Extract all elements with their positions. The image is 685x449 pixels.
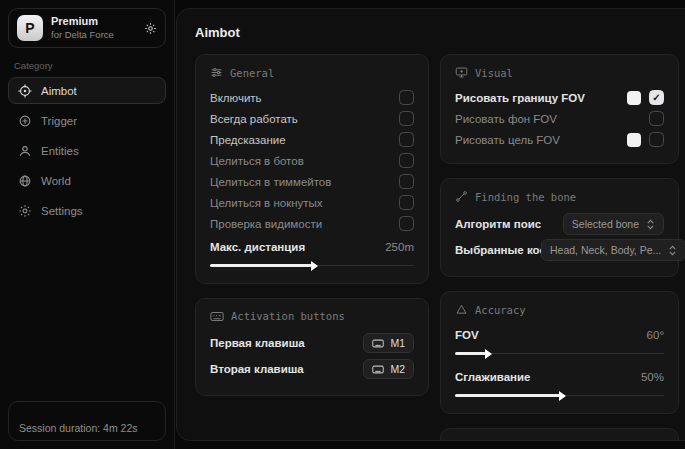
toggle-row: Предсказание	[210, 129, 414, 150]
color-swatch[interactable]	[627, 91, 641, 105]
fov-slider[interactable]	[455, 348, 664, 358]
right-column: Visual Рисовать границу FOV ✓ Рисовать ф…	[440, 54, 679, 441]
section-title: General	[230, 67, 274, 79]
entities-icon	[18, 144, 32, 158]
chevron-up-down-icon	[646, 219, 655, 230]
toggle-label: Включить	[210, 92, 262, 104]
toggle-label: Проверка видимости	[210, 218, 322, 230]
general-card: General Включить Всегда работать Предска…	[195, 54, 429, 284]
keybind-row: Вторая клавиша M2	[210, 356, 414, 382]
crosshair-icon	[18, 84, 32, 98]
category-label: Category	[14, 60, 160, 71]
chevron-up-down-icon	[668, 245, 677, 256]
smoothing-slider[interactable]	[455, 390, 664, 400]
toggle-row: Всегда работать	[210, 108, 414, 129]
app-window: P Premium for Delta Force Category Aimbo…	[0, 0, 685, 449]
visual-label: Рисовать фон FOV	[455, 113, 557, 125]
visual-row: Рисовать границу FOV ✓	[455, 87, 664, 108]
sidebar-item-label: Aimbot	[41, 85, 77, 97]
page-title: Aimbot	[195, 25, 679, 40]
bone-row: Выбранные кос Head, Neck, Body, Pe...	[455, 237, 664, 263]
sidebar-item-aimbot[interactable]: Aimbot	[8, 77, 166, 104]
main-panel: Aimbot General Включить	[176, 8, 685, 441]
keyboard-icon	[210, 311, 224, 322]
slider-label: Макс. дистанция	[210, 241, 305, 253]
checkbox[interactable]	[399, 216, 414, 231]
slider-value: 50%	[641, 371, 664, 383]
brand-card: P Premium for Delta Force	[8, 8, 166, 48]
visual-row: Рисовать фон FOV	[455, 108, 664, 129]
sidebar-item-label: World	[41, 175, 71, 187]
sidebar-item-label: Settings	[41, 205, 83, 217]
bone-icon	[455, 190, 468, 203]
section-title: Activation buttons	[231, 310, 345, 322]
toggle-label: Целиться в нокнутых	[210, 197, 323, 209]
slider-thumb[interactable]	[311, 261, 318, 271]
color-swatch[interactable]	[627, 133, 641, 147]
slider-label: Сглаживание	[455, 371, 530, 383]
slider-row: Сглаживание 50%	[455, 366, 664, 387]
visual-row: Рисовать цель FOV	[455, 129, 664, 150]
toggle-label: Всегда работать	[210, 113, 298, 125]
slider-thumb[interactable]	[559, 391, 566, 401]
brand-name: Premium	[51, 15, 114, 29]
checkbox[interactable]	[399, 90, 414, 105]
accuracy-card: Accuracy FOV 60° Сглаживание 50%	[440, 291, 679, 414]
sidebar-item-settings[interactable]: Settings	[8, 197, 166, 224]
section-title: Switch Delay	[475, 441, 551, 442]
slider-row: FOV 60°	[455, 324, 664, 345]
session-duration-text: Session duration: 4m 22s	[19, 422, 137, 434]
toggle-row: Целиться в нокнутых	[210, 192, 414, 213]
slider-label: FOV	[455, 329, 479, 341]
sidebar-item-world[interactable]: World	[8, 167, 166, 194]
checkbox[interactable]	[399, 153, 414, 168]
sidebar-item-label: Entities	[41, 145, 79, 157]
bone-algorithm-select[interactable]: Selected bone	[563, 213, 664, 235]
toggle-label: Целиться в тиммейтов	[210, 176, 331, 188]
slider-value: 250m	[385, 241, 414, 253]
select-value: Selected bone	[572, 218, 639, 230]
visual-label: Рисовать цель FOV	[455, 134, 560, 146]
keyboard-icon	[372, 365, 384, 374]
slider-row: Макс. дистанция 250m	[210, 236, 414, 257]
globe-icon	[18, 174, 32, 188]
activation-buttons-card: Activation buttons Первая клавиша M1	[195, 298, 429, 396]
gear-icon	[18, 204, 32, 218]
keybind-value: M2	[390, 363, 405, 375]
checkbox[interactable]	[399, 174, 414, 189]
sidebar-item-trigger[interactable]: Trigger	[8, 107, 166, 134]
keybind-button[interactable]: M2	[363, 359, 414, 379]
keyboard-icon	[372, 339, 384, 348]
bone-label: Алгоритм поиска кост	[455, 218, 541, 230]
left-column: General Включить Всегда работать Предска…	[195, 54, 429, 441]
sidebar-item-entities[interactable]: Entities	[8, 137, 166, 164]
slider-value: 60°	[647, 329, 664, 341]
stopwatch-icon	[455, 440, 468, 441]
keybind-button[interactable]: M1	[363, 333, 414, 353]
toggle-row: Включить	[210, 87, 414, 108]
checkbox[interactable]	[399, 132, 414, 147]
monitor-icon	[455, 66, 468, 79]
selected-bones-select[interactable]: Head, Neck, Body, Pe...	[541, 239, 685, 261]
switch-delay-card: Switch Delay Задержка переключения Задер…	[440, 428, 679, 441]
trigger-icon	[18, 114, 32, 128]
slider-thumb[interactable]	[485, 349, 492, 359]
checkbox[interactable]	[399, 195, 414, 210]
gear-icon[interactable]	[144, 22, 157, 35]
max-distance-slider[interactable]	[210, 260, 414, 270]
checkbox[interactable]	[399, 111, 414, 126]
bone-label: Выбранные кос	[455, 244, 541, 256]
section-title: Finding the bone	[475, 191, 576, 203]
brand-logo: P	[17, 15, 43, 41]
checkbox[interactable]: ✓	[649, 90, 664, 105]
keybind-label: Вторая клавиша	[210, 363, 304, 375]
select-value: Head, Neck, Body, Pe...	[550, 244, 661, 256]
sidebar-nav: Aimbot Trigger Entities	[8, 77, 166, 224]
toggle-label: Предсказание	[210, 134, 286, 146]
checkbox[interactable]	[649, 132, 664, 147]
checkbox[interactable]	[649, 111, 664, 126]
sidebar: P Premium for Delta Force Category Aimbo…	[0, 0, 175, 449]
visual-card: Visual Рисовать границу FOV ✓ Рисовать ф…	[440, 54, 679, 164]
toggle-label: Целиться в ботов	[210, 155, 304, 167]
triangle-icon	[455, 303, 468, 316]
